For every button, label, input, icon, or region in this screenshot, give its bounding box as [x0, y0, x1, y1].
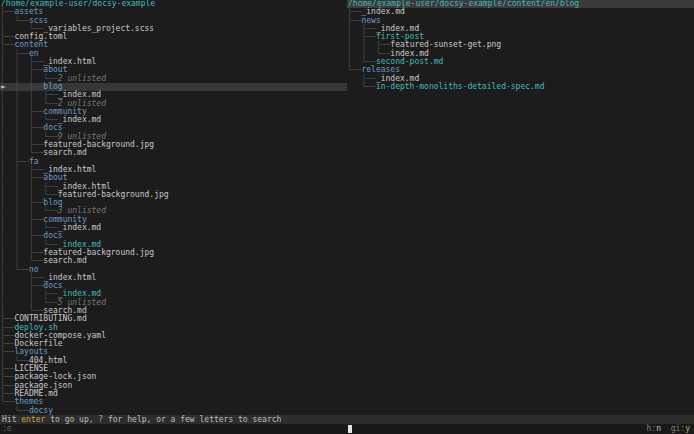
flag-gap: [661, 424, 671, 433]
file-name: search.md: [43, 148, 86, 157]
tree-row[interactable]: └──in-depth-monoliths-detailed-spec.md: [347, 83, 694, 91]
file-name: _index.md: [58, 223, 101, 232]
tree-row[interactable]: │ │ └──search.md: [0, 257, 347, 265]
tree-row[interactable]: ├──config.toml: [0, 33, 347, 41]
directory-name: docsy: [29, 406, 53, 415]
tree-row[interactable]: │ │ └──search.md: [0, 149, 347, 157]
mode-flags[interactable]: h:n gi:y: [647, 424, 690, 434]
tree-row[interactable]: │ └──404.html: [0, 357, 347, 365]
status-text: for help, or a few letters to search: [103, 415, 281, 424]
text-cursor: [348, 425, 352, 433]
tree-branch: └──: [347, 82, 376, 91]
status-text: Hit: [2, 415, 21, 424]
command-input-row[interactable]: :e h:n gi:y: [0, 424, 694, 434]
right-tree-panel: /home/example-user/docsy-example/content…: [347, 0, 694, 415]
file-name: _index.md: [58, 115, 101, 124]
status-text: to go up,: [45, 415, 98, 424]
left-panel-root-path[interactable]: /home/example-user/docsy-example: [0, 0, 347, 8]
left-panel-input-value[interactable]: :e: [2, 424, 12, 434]
tree-row[interactable]: ├──README.md: [0, 390, 347, 398]
left-tree-rows: ├──assets│ └──scss│ └──_variables_projec…: [0, 8, 347, 415]
tree-row[interactable]: ├──assets: [0, 8, 347, 16]
broot-screen: /home/example-user/docsy-example ├──asse…: [0, 0, 694, 434]
status-key-enter: enter: [21, 415, 45, 424]
unlisted-count: 2 unlisted: [58, 74, 106, 83]
right-tree-rows: ├──_index.md├──news│ ├──_index.md│ ├──fi…: [347, 8, 694, 91]
file-name: in-depth-monoliths-detailed-spec.md: [376, 82, 545, 91]
tree-branch: └──: [0, 406, 29, 415]
tree-row[interactable]: ├──Dockerfile: [0, 340, 347, 348]
status-hint-bar: Hit enter to go up, ? for help, or a few…: [0, 415, 694, 424]
flag-gitignore-value: y: [685, 424, 690, 433]
file-name: search.md: [43, 256, 86, 265]
tree-row[interactable]: └──docsy: [0, 407, 347, 415]
left-tree-panel: /home/example-user/docsy-example ├──asse…: [0, 0, 347, 415]
flag-gitignore-label: gi: [671, 424, 681, 433]
file-name: featured-background.jpg: [58, 190, 169, 199]
tree-row[interactable]: ├──_index.md: [347, 8, 694, 16]
tree-row[interactable]: ├──content: [0, 41, 347, 49]
